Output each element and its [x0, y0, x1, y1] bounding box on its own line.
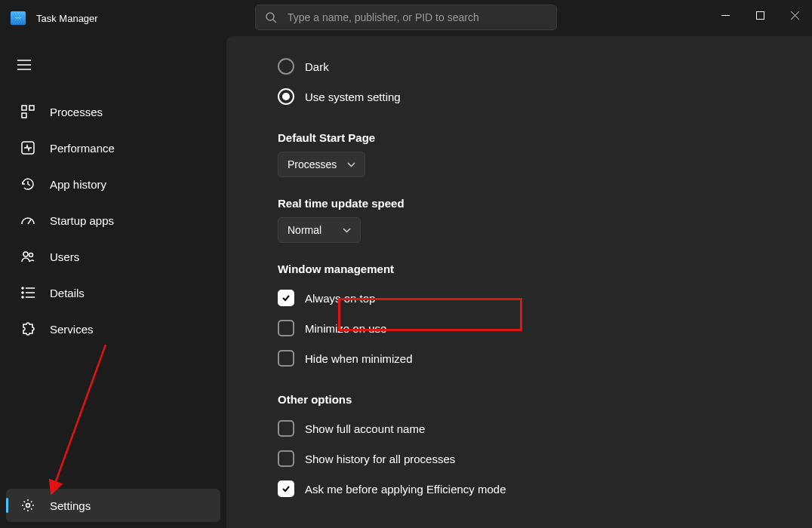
content-area: Dark Use system setting Default Start Pa…: [226, 36, 812, 528]
svg-point-21: [26, 504, 30, 508]
sidebar-item-app-history[interactable]: App history: [6, 167, 220, 201]
svg-rect-10: [29, 106, 34, 110]
checkbox-icon: [278, 480, 294, 497]
minimize-on-use-checkbox[interactable]: Minimize on use: [278, 313, 812, 343]
sidebar-item-label: Services: [50, 323, 94, 336]
hide-when-minimized-checkbox[interactable]: Hide when minimized: [278, 343, 812, 373]
checkbox-label: Minimize on use: [305, 322, 386, 335]
section-default-start-page: Default Start Page: [278, 131, 812, 144]
svg-rect-3: [756, 11, 764, 19]
svg-rect-11: [22, 113, 26, 118]
search-icon: [265, 11, 277, 23]
always-on-top-checkbox[interactable]: Always on top: [278, 283, 812, 313]
checkbox-icon: [278, 450, 294, 467]
radio-label: Dark: [305, 60, 329, 73]
start-page-dropdown[interactable]: Processes: [278, 152, 365, 177]
checkbox-label: Ask me before applying Efficiency mode: [305, 483, 506, 496]
app-icon: 〰: [11, 11, 26, 25]
search-input[interactable]: Type a name, publisher, or PID to search: [255, 5, 557, 30]
puzzle-icon: [20, 322, 36, 336]
svg-rect-9: [22, 106, 26, 110]
svg-point-0: [266, 13, 274, 20]
dropdown-value: Processes: [288, 158, 337, 170]
grid-icon: [20, 105, 36, 118]
show-history-all-checkbox[interactable]: Show history for all processes: [278, 444, 812, 474]
checkbox-label: Hide when minimized: [305, 352, 413, 365]
radio-icon: [278, 58, 294, 75]
hamburger-button[interactable]: [8, 50, 41, 80]
sidebar-item-services[interactable]: Services: [6, 312, 220, 345]
svg-point-17: [22, 292, 23, 293]
minimize-button[interactable]: [708, 0, 743, 30]
checkbox-icon: [278, 420, 294, 437]
gauge-icon: [20, 213, 36, 227]
sidebar-item-label: Users: [50, 250, 79, 263]
titlebar: 〰 Task Manager Type a name, publisher, o…: [0, 0, 812, 36]
sidebar-item-label: App history: [50, 178, 106, 191]
sidebar-item-label: Performance: [50, 142, 115, 155]
sidebar-item-startup-apps[interactable]: Startup apps: [6, 204, 220, 237]
sidebar-item-settings[interactable]: Settings: [6, 489, 220, 522]
checkbox-label: Show full account name: [305, 422, 425, 435]
section-other-options: Other options: [278, 393, 812, 406]
section-window-management: Window management: [278, 262, 812, 275]
heartbeat-icon: [20, 141, 36, 155]
svg-point-15: [22, 287, 23, 289]
sidebar: Processes Performance App history Startu…: [0, 36, 226, 528]
hamburger-icon: [17, 60, 31, 70]
svg-point-13: [23, 252, 28, 256]
gear-icon: [20, 499, 36, 512]
sidebar-item-label: Details: [50, 287, 85, 299]
sidebar-item-users[interactable]: Users: [6, 240, 220, 273]
list-icon: [20, 287, 36, 299]
users-icon: [20, 250, 36, 263]
radio-icon: [278, 88, 294, 105]
window-controls: [708, 0, 812, 30]
update-speed-dropdown[interactable]: Normal: [278, 217, 361, 243]
history-icon: [20, 177, 36, 191]
sidebar-item-performance[interactable]: Performance: [6, 131, 220, 164]
app-title: Task Manager: [36, 13, 98, 24]
section-update-speed: Real time update speed: [278, 197, 812, 210]
checkbox-label: Show history for all processes: [305, 453, 455, 465]
sidebar-item-label: Startup apps: [50, 214, 114, 227]
maximize-button[interactable]: [743, 0, 777, 30]
sidebar-item-processes[interactable]: Processes: [6, 95, 220, 128]
chevron-down-icon: [347, 162, 355, 167]
checkbox-icon: [278, 350, 294, 367]
theme-system-radio[interactable]: Use system setting: [278, 81, 812, 112]
checkbox-icon: [278, 320, 294, 336]
svg-point-19: [22, 296, 23, 298]
sidebar-item-details[interactable]: Details: [6, 276, 220, 309]
svg-line-1: [273, 20, 276, 23]
chevron-down-icon: [343, 228, 351, 233]
dropdown-value: Normal: [288, 224, 321, 236]
sidebar-item-label: Settings: [50, 499, 91, 512]
show-full-account-checkbox[interactable]: Show full account name: [278, 413, 812, 444]
ask-efficiency-checkbox[interactable]: Ask me before applying Efficiency mode: [278, 474, 812, 504]
search-placeholder: Type a name, publisher, or PID to search: [288, 11, 479, 23]
svg-point-14: [29, 253, 33, 257]
radio-label: Use system setting: [305, 91, 401, 103]
close-button[interactable]: [777, 0, 812, 30]
theme-dark-radio[interactable]: Dark: [278, 51, 812, 81]
sidebar-item-label: Processes: [50, 106, 103, 118]
checkbox-label: Always on top: [305, 292, 375, 305]
checkbox-icon: [278, 290, 294, 306]
